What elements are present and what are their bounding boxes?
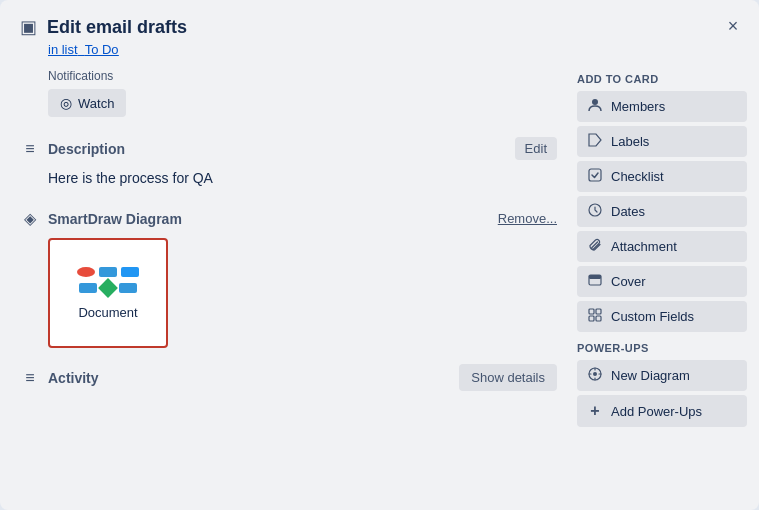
shape-diamond-green <box>98 278 118 298</box>
add-icon: + <box>587 402 603 420</box>
cover-button[interactable]: Cover <box>577 266 747 297</box>
activity-title: Activity <box>48 370 99 386</box>
checklist-icon <box>587 168 603 185</box>
cover-icon <box>587 273 603 290</box>
svg-point-10 <box>593 372 597 376</box>
custom-fields-icon <box>587 308 603 325</box>
custom-fields-button[interactable]: Custom Fields <box>577 301 747 332</box>
activity-section: ≡ Activity Show details <box>20 364 557 391</box>
custom-fields-label: Custom Fields <box>611 309 694 324</box>
add-power-ups-button[interactable]: + Add Power-Ups <box>577 395 747 427</box>
dates-label: Dates <box>611 204 645 219</box>
labels-icon <box>587 133 603 150</box>
new-diagram-icon <box>587 367 603 384</box>
description-title: Description <box>48 141 125 157</box>
subtitle-prefix: in list <box>48 42 78 57</box>
description-icon: ≡ <box>20 140 40 158</box>
attachment-icon <box>587 238 603 255</box>
dates-button[interactable]: Dates <box>577 196 747 227</box>
edit-button[interactable]: Edit <box>515 137 557 160</box>
attachment-button[interactable]: Attachment <box>577 231 747 262</box>
list-link[interactable]: To Do <box>85 42 119 57</box>
shape-rect-blue3 <box>79 283 97 293</box>
description-header: ≡ Description Edit <box>20 137 557 160</box>
diagram-label: Document <box>78 305 137 320</box>
diagram-shapes <box>77 267 139 295</box>
dates-icon <box>587 203 603 220</box>
card-icon: ▣ <box>20 16 37 38</box>
modal-title: Edit email drafts <box>47 17 187 38</box>
edit-card-modal: ▣ Edit email drafts × in list To Do Noti… <box>0 0 759 510</box>
watch-button[interactable]: ◎ Watch <box>48 89 126 117</box>
new-diagram-label: New Diagram <box>611 368 690 383</box>
shape-rect-blue4 <box>119 283 137 293</box>
modal-body: Notifications ◎ Watch ≡ Description Edit… <box>0 69 759 510</box>
show-details-button[interactable]: Show details <box>459 364 557 391</box>
svg-rect-7 <box>589 316 594 321</box>
sidebar: Add to card Members Labels Checklist <box>569 69 759 510</box>
smartdraw-title: SmartDraw Diagram <box>48 211 182 227</box>
close-button[interactable]: × <box>719 12 747 40</box>
add-power-ups-label: Add Power-Ups <box>611 404 702 419</box>
add-to-card-label: Add to card <box>577 69 747 85</box>
shape-rect-blue1 <box>99 267 117 277</box>
power-ups-label: Power-Ups <box>577 342 747 354</box>
smartdraw-section: ◈ SmartDraw Diagram Remove... <box>20 209 557 348</box>
shape-row-2 <box>79 281 137 295</box>
eye-icon: ◎ <box>60 95 72 111</box>
attachment-label: Attachment <box>611 239 677 254</box>
description-body: Here is the process for QA <box>20 168 557 189</box>
labels-button[interactable]: Labels <box>577 126 747 157</box>
diagram-thumbnail[interactable]: Document <box>48 238 168 348</box>
svg-rect-8 <box>596 316 601 321</box>
svg-rect-6 <box>596 309 601 314</box>
activity-icon: ≡ <box>20 369 40 387</box>
main-content: Notifications ◎ Watch ≡ Description Edit… <box>0 69 569 510</box>
checklist-label: Checklist <box>611 169 664 184</box>
new-diagram-button[interactable]: New Diagram <box>577 360 747 391</box>
members-label: Members <box>611 99 665 114</box>
shape-oval-red <box>77 267 95 277</box>
modal-subtitle[interactable]: in list To Do <box>0 42 759 69</box>
svg-point-0 <box>592 99 598 105</box>
svg-rect-4 <box>589 275 601 279</box>
watch-label: Watch <box>78 96 114 111</box>
smartdraw-header: ◈ SmartDraw Diagram Remove... <box>20 209 557 228</box>
labels-label: Labels <box>611 134 649 149</box>
shape-row-1 <box>77 267 139 277</box>
shape-rect-blue2 <box>121 267 139 277</box>
members-button[interactable]: Members <box>577 91 747 122</box>
smartdraw-icon: ◈ <box>20 209 40 228</box>
notifications-section: Notifications ◎ Watch <box>20 69 557 117</box>
svg-rect-1 <box>589 169 601 181</box>
notifications-label: Notifications <box>20 69 557 83</box>
cover-label: Cover <box>611 274 646 289</box>
modal-header: ▣ Edit email drafts × <box>0 0 759 42</box>
svg-rect-5 <box>589 309 594 314</box>
checklist-button[interactable]: Checklist <box>577 161 747 192</box>
remove-link[interactable]: Remove... <box>498 211 557 226</box>
description-section: ≡ Description Edit Here is the process f… <box>20 137 557 189</box>
members-icon <box>587 98 603 115</box>
